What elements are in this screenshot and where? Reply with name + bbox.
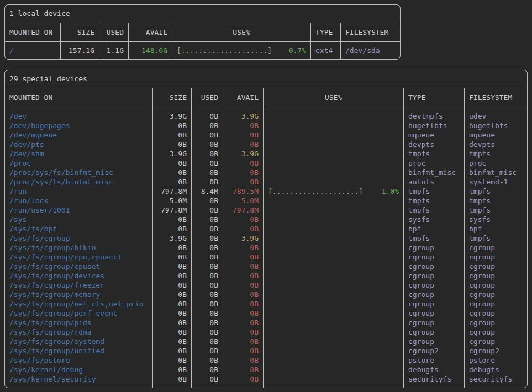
special-devices-body: /dev3.9G0B3.9Gdevtmpfsudev/dev/hugepages… — [5, 107, 527, 388]
filesystem-cell: sysfs — [465, 215, 527, 224]
local-devices-body: /157.1G1.1G148.0G[....................]0… — [5, 42, 400, 59]
spacer-cell — [404, 384, 465, 388]
avail-cell: 3.9G — [223, 112, 264, 121]
size-cell: 3.9G — [153, 112, 192, 121]
size-cell: 0B — [153, 290, 192, 299]
used-cell: 1.1G — [99, 42, 129, 59]
usage-percent: 0.7% — [289, 42, 306, 59]
avail-cell: 0B — [223, 374, 264, 384]
type-cell: tmpfs — [404, 187, 465, 196]
spacer-row — [5, 384, 527, 388]
type-cell: tmpfs — [404, 234, 465, 243]
type-cell: tmpfs — [404, 149, 465, 158]
spacer-cell — [465, 107, 527, 112]
size-cell: 0B — [153, 346, 192, 356]
avail-cell: 0B — [223, 158, 264, 168]
spacer-cell — [264, 107, 404, 112]
type-cell: binfmt_misc — [404, 168, 465, 177]
type-cell: autofs — [404, 177, 465, 187]
spacer-cell — [465, 384, 527, 388]
type-cell: cgroup — [404, 243, 465, 252]
used-cell: 0B — [192, 215, 223, 224]
mount-cell: /dev — [5, 112, 153, 121]
table-row: /sys/fs/cgroup/net_cls,net_prio0B0B0Bcgr… — [5, 299, 527, 309]
filesystem-cell: systemd-1 — [465, 177, 527, 187]
header-mounted-on: MOUNTED ON — [5, 88, 153, 107]
used-cell: 0B — [192, 224, 223, 234]
used-cell: 0B — [192, 121, 223, 130]
used-cell: 0B — [192, 299, 223, 309]
size-cell: 0B — [153, 215, 192, 224]
filesystem-cell: mqueue — [465, 130, 527, 140]
size-cell: 0B — [153, 177, 192, 187]
table-row: /dev/shm3.9G0B3.9Gtmpfstmpfs — [5, 149, 527, 158]
table-row: /sys/fs/cgroup/blkio0B0B0Bcgroupcgroup — [5, 243, 527, 252]
filesystem-cell: cgroup — [465, 290, 527, 299]
used-cell: 0B — [192, 356, 223, 365]
size-cell: 0B — [153, 299, 192, 309]
mount-cell: /sys/fs/cgroup/systemd — [5, 337, 153, 346]
filesystem-cell: bpf — [465, 224, 527, 234]
type-cell: cgroup2 — [404, 346, 465, 356]
table-row: /proc/sys/fs/binfmt_misc0B0B0Bbinfmt_mis… — [5, 168, 527, 177]
size-cell: 0B — [153, 309, 192, 318]
mount-cell: /sys/kernel/security — [5, 374, 153, 384]
type-cell: pstore — [404, 356, 465, 365]
avail-cell: 148.0G — [129, 42, 172, 59]
table-row: /dev3.9G0B3.9Gdevtmpfsudev — [5, 112, 527, 121]
used-cell: 0B — [192, 327, 223, 337]
mount-cell: /sys/fs/cgroup/net_cls,net_prio — [5, 299, 153, 309]
used-cell: 0B — [192, 158, 223, 168]
type-cell: sysfs — [404, 215, 465, 224]
filesystem-cell: proc — [465, 158, 527, 168]
type-cell: devtmpfs — [404, 112, 465, 121]
use-cell — [264, 356, 404, 365]
spacer-cell — [153, 107, 192, 112]
type-cell: cgroup — [404, 309, 465, 318]
filesystem-cell: cgroup2 — [465, 346, 527, 356]
use-cell — [264, 290, 404, 299]
use-cell — [264, 346, 404, 356]
use-cell — [264, 205, 404, 215]
type-cell: cgroup — [404, 262, 465, 271]
size-cell: 0B — [153, 280, 192, 290]
type-cell: cgroup — [404, 280, 465, 290]
type-cell: cgroup — [404, 299, 465, 309]
type-cell: debugfs — [404, 365, 465, 374]
table-row: /sys/fs/cgroup/freezer0B0B0Bcgroupcgroup — [5, 280, 527, 290]
table-row: /sys/kernel/debug0B0B0Bdebugfsdebugfs — [5, 365, 527, 374]
size-cell: 0B — [153, 327, 192, 337]
use-cell — [264, 299, 404, 309]
use-cell — [264, 337, 404, 346]
used-cell: 0B — [192, 112, 223, 121]
filesystem-cell: cgroup — [465, 280, 527, 290]
use-cell — [264, 140, 404, 149]
used-cell: 0B — [192, 130, 223, 140]
avail-cell: 0B — [223, 215, 264, 224]
mount-cell: /sys/fs/cgroup/unified — [5, 346, 153, 356]
size-cell: 0B — [153, 374, 192, 384]
use-cell — [264, 365, 404, 374]
filesystem-cell: cgroup — [465, 299, 527, 309]
type-cell: cgroup — [404, 337, 465, 346]
filesystem-cell: cgroup — [465, 243, 527, 252]
terminal-screen: 1 local device MOUNTED ON SIZE USED AVAI… — [0, 0, 532, 392]
table-row: /sys/fs/cgroup/perf_event0B0B0Bcgroupcgr… — [5, 309, 527, 318]
filesystem-cell: cgroup — [465, 262, 527, 271]
mount-cell: /sys/fs/cgroup/freezer — [5, 280, 153, 290]
table-row: /sys/fs/pstore0B0B0Bpstorepstore — [5, 356, 527, 365]
type-cell: bpf — [404, 224, 465, 234]
filesystem-cell: tmpfs — [465, 149, 527, 158]
avail-cell: 0B — [223, 327, 264, 337]
type-cell: cgroup — [404, 318, 465, 327]
table-row: /sys/fs/cgroup/devices0B0B0Bcgroupcgroup — [5, 271, 527, 280]
header-size: SIZE — [61, 23, 99, 41]
used-cell: 0B — [192, 337, 223, 346]
avail-cell: 0B — [223, 177, 264, 187]
size-cell: 0B — [153, 365, 192, 374]
spacer-cell — [5, 107, 153, 112]
filesystem-cell: hugetlbfs — [465, 121, 527, 130]
header-mounted-on: MOUNTED ON — [5, 23, 61, 41]
header-avail: AVAIL — [129, 23, 172, 41]
avail-cell: 0B — [223, 337, 264, 346]
